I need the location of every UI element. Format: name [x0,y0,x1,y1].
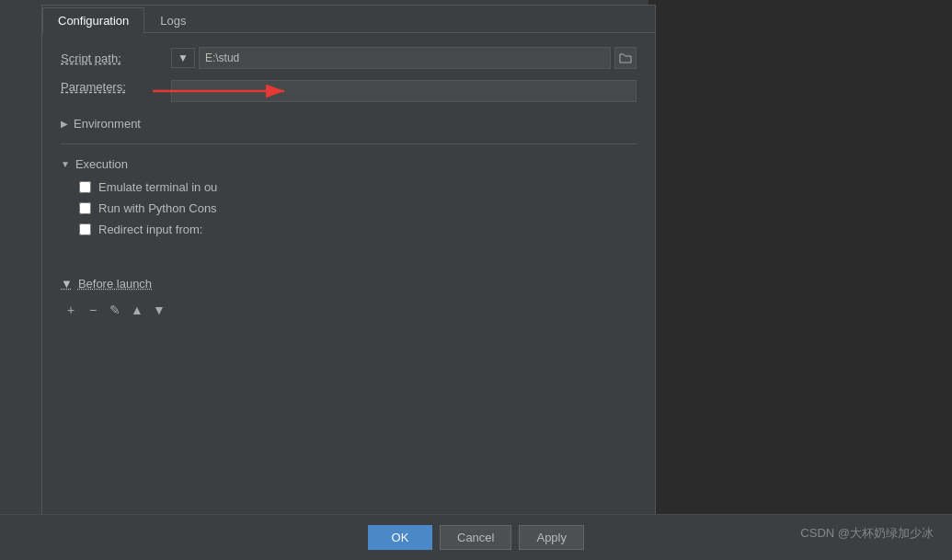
dialog-body: Script path: ▼ Parameters: [42,33,655,519]
add-button[interactable]: + [61,300,81,320]
remove-button[interactable]: − [83,300,103,320]
ok-button[interactable]: OK [368,525,432,550]
parameters-label: Parameters: [61,80,171,94]
before-launch-arrow-icon: ▼ [61,277,73,291]
emulate-terminal-checkbox[interactable] [79,181,91,193]
run-python-cons-label: Run with Python Cons [98,201,217,215]
folder-browse-button[interactable] [614,47,637,69]
right-panel [648,0,952,560]
execution-label: Execution [75,157,128,171]
execution-arrow-icon: ▼ [61,159,70,169]
script-path-input[interactable] [199,47,611,69]
before-launch-toolbar: + − ✎ ▲ ▼ [61,300,637,320]
script-path-row: Script path: ▼ [61,47,637,69]
apply-button[interactable]: Apply [519,525,584,550]
redirect-input-row: Redirect input from: [79,223,637,236]
tab-logs[interactable]: Logs [144,7,201,33]
emulate-terminal-label: Emulate terminal in ou [98,180,217,194]
move-down-button[interactable]: ▼ [149,300,169,320]
script-path-dropdown[interactable]: ▼ [171,48,195,68]
edit-button[interactable]: ✎ [105,300,125,320]
execution-section-content: Emulate terminal in ou Run with Python C… [61,180,637,236]
before-launch-label: Before launch [78,277,152,291]
execution-section-header[interactable]: ▼ Execution [61,154,637,175]
move-up-button[interactable]: ▲ [127,300,147,320]
before-launch-section: ▼ Before launch + − ✎ ▲ ▼ [61,273,637,320]
environment-label: Environment [74,117,141,131]
parameters-input[interactable] [171,80,637,102]
environment-divider [61,143,637,144]
run-python-cons-row: Run with Python Cons [79,201,637,215]
tab-configuration[interactable]: Configuration [42,7,144,33]
parameters-row: Parameters: [61,80,637,102]
run-python-cons-checkbox[interactable] [79,202,91,214]
script-path-controls: ▼ [171,47,637,69]
environment-arrow-icon: ▶ [61,119,68,129]
emulate-terminal-row: Emulate terminal in ou [79,180,637,194]
before-launch-header[interactable]: ▼ Before launch [61,273,637,294]
redirect-input-label: Redirect input from: [98,223,202,236]
cancel-button[interactable]: Cancel [440,525,511,550]
environment-section-header[interactable]: ▶ Environment [61,113,637,134]
dialog-tabs: Configuration Logs [42,6,655,33]
redirect-input-checkbox[interactable] [79,223,91,235]
run-configuration-dialog: Configuration Logs Script path: ▼ Parame… [41,5,656,520]
script-path-label: Script path: [61,51,171,65]
csdn-watermark: CSDN @大杯奶绿加少冰 [800,525,934,542]
